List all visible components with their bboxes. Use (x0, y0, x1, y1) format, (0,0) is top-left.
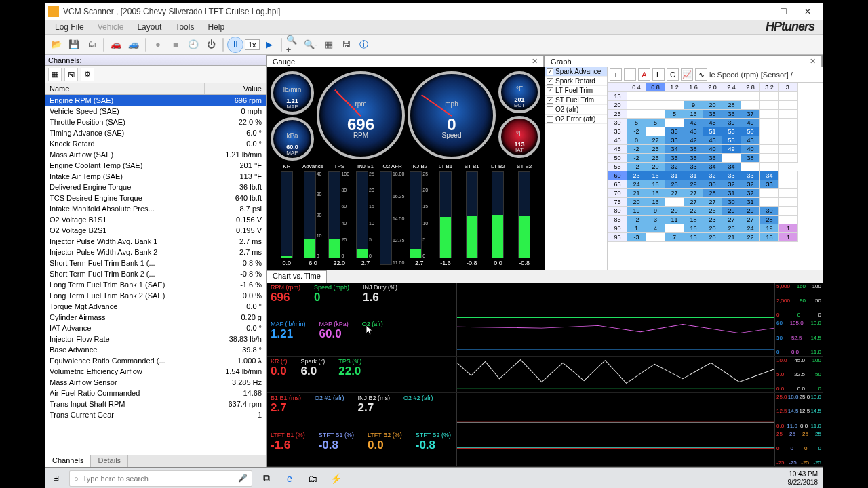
search-box[interactable]: ○ Type here to search 🎤 (69, 470, 252, 487)
check-o2-error-(afr)[interactable]: O2 Error (afr) (545, 115, 607, 124)
zoom-out-icon[interactable]: 🔍- (303, 37, 319, 53)
minus-icon[interactable]: − (624, 68, 636, 81)
channel-row[interactable]: Long Term Fuel Trim Bank 2 (SAE)0.0 % (45, 290, 266, 301)
channels-panel: Channels: ▦ 🖫 ⚙ Name Value Engine RPM (S… (45, 55, 267, 467)
cvt-band-4: LTFT B1 (%)-1.6STFT B1 (%)-0.8LTFT B2 (%… (267, 430, 823, 467)
channel-row[interactable]: O2 Voltage B1S10.156 V (45, 214, 266, 225)
channel-row[interactable]: Intake Manifold Absolute Pres...8.7 psi (45, 203, 266, 214)
channel-row[interactable]: Equivalence Ratio Commanded (...1.000 λ (45, 355, 266, 366)
check-st-fuel-trim[interactable]: ✓ST Fuel Trim (545, 96, 607, 105)
channel-row[interactable]: Cylinder Airmass0.20 g (45, 312, 266, 323)
channel-row[interactable]: Engine RPM (SAE)696 rpm (45, 95, 266, 106)
channel-row[interactable]: Injector Pulse Width Avg. Bank 22.7 ms (45, 247, 266, 258)
layout-icon[interactable]: ▦ (321, 37, 337, 53)
car2-icon[interactable]: 🚙 (125, 37, 142, 53)
channel-row[interactable]: Timing Advance (SAE)6.0 ° (45, 127, 266, 138)
channel-row[interactable]: Mass Airflow (SAE)1.21 lb/min (45, 149, 266, 160)
col-value[interactable]: Value (205, 83, 266, 94)
a-button[interactable]: A (638, 68, 650, 81)
car1-icon[interactable]: 🚗 (108, 37, 124, 53)
channel-row[interactable]: Short Term Fuel Trim Bank 2 (...-0.8 % (45, 268, 266, 279)
channels-list[interactable]: Engine RPM (SAE)696 rpmVehicle Speed (SA… (45, 95, 266, 455)
cvt-band-1: MAF (lb/min)1.21MAP (kPa)60.0O2 (afr)601… (267, 319, 823, 356)
plus-icon[interactable]: + (610, 68, 622, 81)
channel-row[interactable]: Trans Input Shaft RPM637.4 rpm (45, 399, 266, 409)
zoom-in-icon[interactable]: 🔍+ (285, 37, 302, 53)
info-icon[interactable]: ⓘ (356, 37, 372, 53)
tab-details[interactable]: Details (91, 455, 128, 467)
titlebar: VCM Scanner , [2009 Chevy Silverado LTFT… (45, 3, 823, 20)
channel-row[interactable]: Delivered Engine Torque36 lb.ft (45, 182, 266, 192)
tab-chart-vs-time[interactable]: Chart vs. Time (267, 270, 327, 283)
col-name[interactable]: Name (45, 83, 205, 94)
channel-row[interactable]: Torque Mgt Advance0.0 ° (45, 301, 266, 312)
menu-help[interactable]: Help (201, 21, 231, 33)
channel-row[interactable]: Vehicle Speed (SAE)0 mph (45, 106, 266, 117)
speed-select[interactable]: 1x (245, 39, 260, 50)
bargraph-o2-afr: O2 AFR18.0016.2514.5012.7511.00 (380, 163, 406, 266)
channel-row[interactable]: Throttle Position (SAE)22.0 % (45, 117, 266, 127)
tab-gauge[interactable]: Gauge ✕ (267, 56, 544, 67)
menu-layout[interactable]: Layout (130, 21, 168, 33)
channel-row[interactable]: Engine Coolant Temp (SAE)201 °F (45, 160, 266, 171)
check-spark-retard[interactable]: ✓Spark Retard (545, 77, 607, 86)
channels-gear-icon[interactable]: ⚙ (81, 68, 94, 81)
table-grid[interactable]: 0.40.81.21.62.02.42.83.23.15209202825516… (608, 83, 823, 270)
channel-row[interactable]: IAT Advance0.0 ° (45, 323, 266, 333)
bargraph-st-b2: ST B2-0.8 (512, 163, 536, 266)
chart-icon[interactable]: 📈 (681, 68, 693, 81)
menubar: Log File Vehicle Layout Tools Help HPtun… (45, 20, 823, 35)
tray-clock[interactable]: 10:43 PM 9/22/2018 (783, 470, 824, 487)
channel-row[interactable]: Base Advance39.8 ° (45, 344, 266, 355)
channel-row[interactable]: Air-Fuel Ratio Commanded14.68 (45, 388, 266, 399)
edge-icon[interactable]: e (278, 468, 301, 489)
check-spark-advance[interactable]: ✓Spark Advance (545, 67, 607, 77)
close-button[interactable]: ✕ (795, 5, 820, 18)
c-button[interactable]: C (667, 68, 679, 81)
channel-row[interactable]: Knock Retard0.0 ° (45, 138, 266, 149)
pause-icon[interactable]: ⏸ (227, 37, 243, 53)
power-icon[interactable]: ⏻ (203, 37, 219, 53)
channels-opt1-icon[interactable]: ▦ (48, 68, 62, 81)
l-button[interactable]: L (652, 68, 665, 81)
mic-icon[interactable]: 🎤 (238, 474, 248, 483)
taskview-icon[interactable]: ⧉ (255, 468, 278, 489)
channel-row[interactable]: Mass Airflow Sensor3,285 Hz (45, 377, 266, 388)
start-button[interactable]: ⊞ (45, 468, 66, 489)
open-icon[interactable]: 📂 (48, 37, 64, 53)
close-icon[interactable]: ✕ (810, 57, 816, 66)
app-taskbar-icon[interactable]: ⚡ (324, 468, 347, 489)
check-o2-(afr)[interactable]: O2 (afr) (545, 105, 607, 115)
channel-row[interactable]: Injector Pulse Width Avg. Bank 12.7 ms (45, 236, 266, 247)
folder-icon[interactable]: 🗂 (83, 37, 100, 53)
close-icon[interactable]: ✕ (532, 57, 538, 66)
menu-logfile[interactable]: Log File (48, 21, 91, 33)
channels-save-icon[interactable]: 🖫 (64, 68, 78, 81)
channel-row[interactable]: Long Term Fuel Trim Bank 1 (SAE)-1.6 % (45, 279, 266, 290)
tab-graph[interactable]: Graph ✕ (545, 56, 822, 67)
menu-tools[interactable]: Tools (168, 21, 201, 33)
channel-row[interactable]: Short Term Fuel Trim Bank 1 (...-0.8 % (45, 258, 266, 268)
channel-row[interactable]: O2 Voltage B2S10.195 V (45, 225, 266, 236)
menu-vehicle[interactable]: Vehicle (91, 21, 131, 33)
channel-row[interactable]: Intake Air Temp (SAE)113 °F (45, 171, 266, 182)
channel-row[interactable]: Injector Flow Rate38.83 lb/h (45, 333, 266, 344)
wave-icon[interactable]: ∿ (695, 68, 707, 81)
check-lt-fuel-trim[interactable]: ✓LT Fuel Trim (545, 86, 607, 96)
chart-vs-time-panel[interactable]: RPM (rpm)696Speed (mph)0INJ Duty (%)1.65… (267, 283, 823, 467)
minimize-button[interactable]: — (747, 5, 771, 18)
search-icon: ○ (74, 474, 79, 483)
channel-row[interactable]: TCS Desired Engine Torque640 lb.ft (45, 192, 266, 203)
maximize-button[interactable]: ☐ (771, 5, 795, 18)
play-icon[interactable]: ▶ (261, 37, 277, 53)
channel-row[interactable]: Trans Current Gear1 (45, 409, 266, 420)
workspace: Channels: ▦ 🖫 ⚙ Name Value Engine RPM (S… (45, 55, 823, 467)
savewin-icon[interactable]: 🖫 (338, 37, 355, 53)
channel-row[interactable]: Volumetric Efficiency Airflow1.54 lb/min (45, 366, 266, 377)
stop-icon[interactable]: ■ (167, 37, 184, 53)
tab-channels[interactable]: Channels (45, 455, 91, 467)
clock-icon[interactable]: 🕘 (185, 37, 201, 53)
save-icon[interactable]: 💾 (66, 37, 82, 53)
record-icon[interactable]: ● (150, 37, 166, 53)
explorer-icon[interactable]: 🗂 (301, 468, 324, 489)
